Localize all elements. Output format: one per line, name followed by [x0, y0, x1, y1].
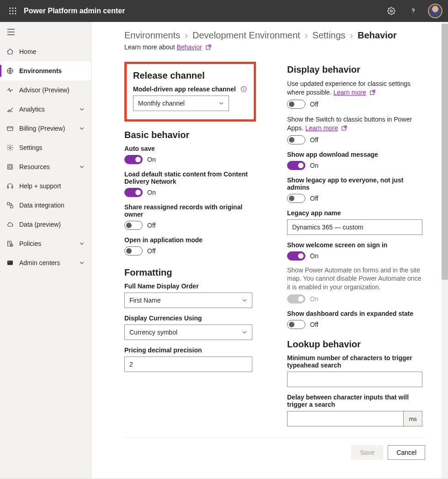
updated-experience-toggle[interactable] [287, 100, 305, 109]
crumb-environments[interactable]: Environments [124, 30, 180, 41]
crumb-behavior: Behavior [357, 30, 397, 41]
delay-chars-input[interactable] [287, 411, 403, 426]
learn-more-link[interactable]: Behavior [176, 43, 202, 51]
learn-more-row: Learn more about Behavior [124, 43, 425, 51]
svg-point-8 [15, 13, 16, 15]
crumb-env-name[interactable]: Development Environment [192, 30, 300, 41]
sidebar-item-environments[interactable]: Environments [0, 61, 91, 80]
dashboard-expanded-label: Show dashboard cards in expanded state [287, 310, 424, 317]
external-link-icon [370, 90, 375, 95]
chevron-down-icon [79, 126, 85, 131]
policy-icon [6, 240, 14, 247]
box-icon [6, 163, 14, 170]
dataint-icon [6, 202, 14, 209]
dashboard-expanded-state: Off [310, 321, 318, 328]
topbar: Power Platform admin center [0, 0, 448, 22]
pricing-precision-input[interactable]: 2 [124, 357, 252, 372]
share-reassigned-label: Share reassigned records with original o… [124, 203, 261, 218]
svg-point-9 [390, 10, 393, 12]
gear-icon [6, 144, 14, 151]
updated-experience-text: Use updated experience for classic setti… [287, 80, 424, 97]
power-automate-toggle [287, 294, 305, 303]
legacy-all-toggle[interactable] [287, 194, 305, 203]
settings-left-column: Release channel Model-driven app release… [124, 62, 261, 372]
formatting-heading: Formatting [124, 267, 261, 278]
sidebar-item-label: Data (preview) [19, 221, 85, 228]
open-app-mode-toggle[interactable] [124, 246, 143, 255]
sidebar-item-settings[interactable]: Settings [0, 138, 91, 157]
app-frame: HomeEnvironmentsAdvisor (Preview)Analyti… [0, 22, 448, 479]
svg-rect-27 [8, 261, 10, 262]
currency-display-value: Currency symbol [129, 329, 177, 336]
sidebar-item-label: Environments [19, 67, 85, 75]
scrollbar-thumb[interactable] [442, 24, 448, 280]
sidebar-item-data-preview-[interactable]: Data (preview) [0, 215, 91, 234]
legacy-name-input[interactable]: Dynamics 365 — custom [287, 219, 422, 235]
release-channel-value: Monthly channel [138, 100, 185, 107]
app-launcher-icon[interactable] [4, 0, 22, 22]
help-icon[interactable] [404, 0, 422, 22]
svg-rect-21 [11, 186, 13, 188]
share-reassigned-state: Off [147, 222, 155, 229]
scrollbar[interactable] [442, 22, 448, 479]
svg-point-17 [9, 147, 11, 149]
sidebar-item-label: Advisor (Preview) [19, 86, 85, 94]
app-download-toggle[interactable] [287, 161, 305, 170]
chevron-down-icon [79, 164, 85, 170]
user-avatar[interactable] [426, 0, 444, 22]
switch-classic-toggle[interactable] [287, 135, 305, 144]
fullname-order-label: Full Name Display Order [124, 282, 261, 290]
cancel-button[interactable]: Cancel [388, 445, 425, 460]
svg-point-25 [11, 244, 13, 246]
sidebar-item-policies[interactable]: Policies [0, 234, 91, 253]
sidebar-item-home[interactable]: Home [0, 42, 91, 61]
headset-icon [6, 182, 14, 190]
sidebar-item-help-support[interactable]: Help + support [0, 176, 91, 196]
sidebar-item-data-integration[interactable]: Data integration [0, 196, 91, 215]
release-channel-highlight: Release channel Model-driven app release… [124, 62, 256, 122]
hamburger-icon[interactable] [0, 22, 91, 42]
sidebar-item-resources[interactable]: Resources [0, 157, 91, 176]
svg-point-31 [243, 87, 244, 88]
chevron-right-icon: › [185, 30, 188, 41]
external-link-icon [341, 125, 347, 131]
currency-display-select[interactable]: Currency symbol [124, 325, 252, 340]
fullname-order-select[interactable]: First Name [124, 293, 252, 308]
autosave-state: On [147, 156, 156, 163]
cdn-toggle[interactable] [124, 188, 143, 197]
switch-classic-link[interactable]: Learn more [305, 124, 338, 132]
settings-icon[interactable] [382, 0, 400, 22]
sidebar-item-label: Home [19, 48, 85, 55]
sidebar-item-admin-centers[interactable]: Admin centers [0, 253, 91, 272]
autosave-toggle[interactable] [124, 155, 143, 164]
save-button[interactable]: Save [351, 445, 383, 460]
welcome-screen-toggle[interactable] [287, 251, 305, 261]
nav-list: HomeEnvironmentsAdvisor (Preview)Analyti… [0, 42, 91, 272]
updated-experience-state: Off [310, 101, 318, 108]
analytics-icon [6, 106, 14, 113]
updated-experience-link[interactable]: Learn more [333, 89, 366, 96]
sidebar-item-label: Resources [19, 163, 74, 170]
home-icon [6, 48, 14, 55]
sidebar-item-billing-preview-[interactable]: Billing (Preview) [0, 119, 91, 138]
svg-point-10 [413, 13, 414, 14]
app-title: Power Platform admin center [24, 7, 125, 15]
release-channel-select[interactable]: Monthly channel [133, 96, 229, 111]
card-icon [6, 125, 14, 132]
sidebar-item-label: Data integration [19, 202, 85, 209]
cdn-label: Load default static content from Content… [124, 170, 261, 185]
release-channel-label: Model-driven app release channel [133, 85, 247, 93]
sidebar-item-analytics[interactable]: Analytics [0, 100, 91, 119]
main: Environments › Development Environment ›… [91, 22, 448, 479]
dashboard-expanded-toggle[interactable] [287, 320, 305, 329]
chevron-right-icon: › [305, 30, 308, 41]
delay-unit: ms [403, 411, 422, 426]
min-chars-input[interactable] [287, 372, 422, 387]
info-icon[interactable] [240, 86, 247, 92]
chevron-down-icon [79, 106, 85, 112]
open-app-mode-label: Open in application mode [124, 236, 261, 244]
share-reassigned-toggle[interactable] [124, 221, 143, 230]
crumb-settings[interactable]: Settings [312, 30, 345, 41]
sidebar-item-advisor-preview-[interactable]: Advisor (Preview) [0, 80, 91, 100]
power-automate-state: On [310, 295, 319, 303]
